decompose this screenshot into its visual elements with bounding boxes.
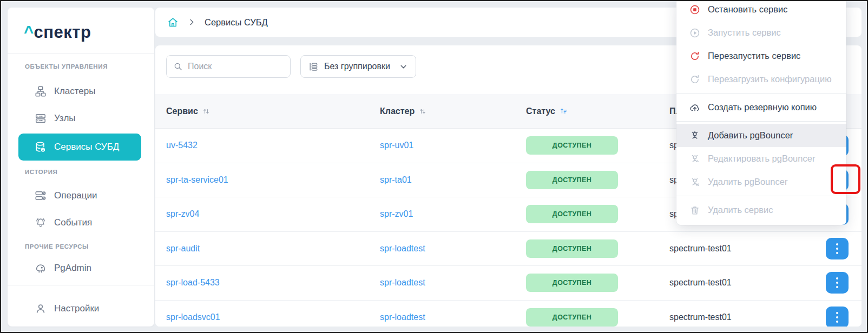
sidebar-item-label: Настройки (54, 303, 99, 314)
table-row: spr-audit spr-loadtest ДОСТУПЕН spectrum… (155, 232, 862, 267)
sidebar-item-label: Операции (54, 190, 97, 201)
sidebar: ^спектр ОБЪЕКТЫ УПРАВЛЕНИЯ Кластеры Узлы… (8, 8, 154, 327)
cloud-backup-icon (689, 102, 700, 113)
pgbouncer-delete-icon (689, 177, 700, 188)
status-badge: ДОСТУПЕН (526, 308, 618, 327)
grouping-select[interactable]: Без группировки (300, 55, 416, 78)
menu-item-reload-config: Перезагрузить конфигурацию (676, 68, 846, 91)
service-link[interactable]: spr-loadsvc01 (166, 312, 380, 322)
menu-item-add-pgbouncer[interactable]: Добавить pgBouncer (676, 124, 846, 147)
sidebar-item-label: Узлы (54, 113, 76, 124)
status-badge: ДОСТУПЕН (526, 136, 618, 155)
clusters-icon (35, 85, 47, 97)
menu-separator (676, 196, 846, 196)
logo-text: спектр (34, 23, 91, 42)
events-icon (35, 217, 47, 229)
node-name: spectrum-test01 (669, 278, 826, 288)
sidebar-item-nodes[interactable]: Узлы (18, 106, 141, 130)
menu-item-stop-service[interactable]: Остановить сервис (676, 0, 846, 21)
trash-icon (689, 205, 700, 216)
status-badge: ДОСТУПЕН (526, 274, 618, 292)
operations-icon (35, 190, 47, 202)
stop-circle-icon (689, 4, 700, 15)
service-link[interactable]: spr-audit (166, 244, 380, 254)
service-actions-menu: Остановить сервис Запустить сервис Перез… (676, 0, 846, 225)
sidebar-item-pgadmin[interactable]: PgAdmin (18, 256, 141, 280)
sidebar-item-events[interactable]: События (18, 211, 141, 235)
search-input[interactable] (188, 62, 274, 71)
sidebar-item-label: События (54, 217, 92, 228)
logo-caret-icon: ^ (24, 23, 34, 42)
sidebar-item-label: PgAdmin (54, 263, 91, 274)
user-icon (35, 303, 47, 315)
sort-icon (202, 108, 210, 115)
home-icon[interactable] (167, 17, 179, 28)
cluster-link[interactable]: spr-loadtest (380, 244, 526, 254)
node-name: spectrum-test01 (669, 312, 826, 322)
cluster-link[interactable]: spr-uv01 (380, 141, 526, 150)
restart-icon (689, 51, 700, 62)
section-management-label: ОБЪЕКТЫ УПРАВЛЕНИЯ (25, 63, 108, 70)
service-link[interactable]: spr-load-5433 (166, 278, 380, 288)
app-logo: ^спектр (24, 23, 91, 42)
menu-item-restart-service[interactable]: Перезапустить сервис (676, 44, 846, 68)
section-history-label: ИСТОРИЯ (25, 169, 57, 175)
menu-item-edit-pgbouncer: Редактировать pgBouncer (676, 147, 846, 170)
header-cluster[interactable]: Кластер (380, 106, 526, 116)
sidebar-item-clusters[interactable]: Кластеры (18, 79, 141, 103)
nodes-icon (35, 112, 47, 124)
cluster-link[interactable]: spr-zv01 (380, 209, 526, 219)
menu-separator (676, 93, 846, 94)
menu-item-delete-pgbouncer: Удалить pgBouncer (676, 170, 846, 194)
menu-item-start-service: Запустить сервис (676, 21, 846, 44)
pgbouncer-add-icon (689, 130, 700, 141)
reload-config-icon (689, 74, 700, 85)
status-badge: ДОСТУПЕН (526, 171, 618, 189)
header-status[interactable]: Статус (526, 106, 669, 116)
status-badge: ДОСТУПЕН (526, 205, 618, 223)
service-link[interactable]: spr-zv04 (166, 209, 380, 219)
search-icon (173, 62, 183, 71)
grouping-icon (308, 62, 319, 72)
section-other-label: ПРОЧИЕ РЕСУРСЫ (25, 243, 89, 250)
service-link[interactable]: uv-5432 (166, 141, 380, 150)
header-service[interactable]: Сервис (166, 106, 380, 116)
sidebar-item-operations[interactable]: Операции (18, 184, 141, 208)
table-row: spr-load-5433 spr-loadtest ДОСТУПЕН spec… (155, 266, 862, 301)
sidebar-item-label: Кластеры (54, 86, 96, 97)
sort-icon (419, 108, 426, 115)
cluster-link[interactable]: spr-loadtest (380, 278, 526, 288)
service-link[interactable]: spr-ta-service01 (166, 175, 380, 185)
sidebar-item-db-services[interactable]: Сервисы СУБД (18, 134, 141, 161)
chevron-down-icon (399, 62, 408, 71)
cluster-link[interactable]: spr-ta01 (380, 175, 526, 185)
breadcrumb-chevron-icon (187, 18, 196, 26)
sidebar-divider (8, 54, 154, 54)
menu-separator (676, 121, 846, 122)
status-badge: ДОСТУПЕН (526, 239, 618, 258)
menu-item-delete-service: Удалить сервис (676, 198, 846, 222)
breadcrumb-current: Сервисы СУБД (205, 17, 268, 28)
sidebar-footer-divider (8, 285, 154, 285)
pgadmin-elephant-icon (35, 262, 47, 274)
sidebar-item-settings[interactable]: Настройки (18, 297, 141, 321)
row-actions-button[interactable] (826, 238, 849, 259)
menu-item-create-backup[interactable]: Создать резервную копию (676, 96, 846, 119)
search-box (166, 55, 291, 78)
play-circle-icon (689, 28, 700, 38)
db-services-icon (35, 141, 47, 153)
pgbouncer-edit-icon (689, 154, 700, 164)
cluster-link[interactable]: spr-loadtest (380, 312, 526, 322)
node-name: spectrum-test01 (669, 244, 826, 254)
sort-ascending-active-icon (560, 107, 568, 115)
row-actions-button[interactable] (826, 272, 849, 294)
grouping-value: Без группировки (324, 62, 393, 71)
row-actions-button[interactable] (826, 307, 849, 327)
table-row: spr-loadsvc01 spr-loadtest ДОСТУПЕН spec… (155, 301, 862, 327)
sidebar-item-label: Сервисы СУБД (54, 142, 119, 152)
